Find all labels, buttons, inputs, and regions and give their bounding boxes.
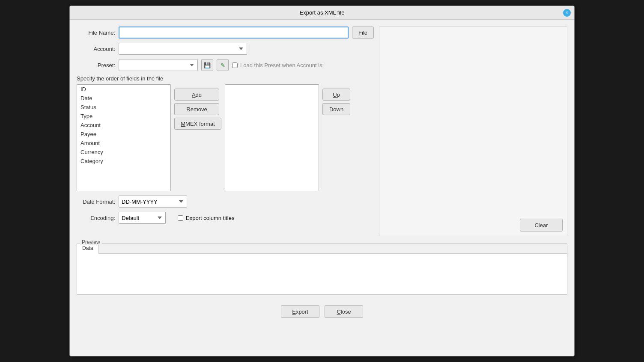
preset-label: Preset: [77, 62, 115, 68]
available-field-item[interactable]: Type [77, 112, 170, 121]
preset-hint-text: Load this Preset when Account is: [240, 62, 324, 68]
preset-row: Preset: 💾 ✎ Load this Preset when Accoun… [77, 59, 374, 71]
edit-icon: ✎ [221, 62, 225, 68]
down-button[interactable]: Down [322, 103, 350, 115]
preview-border: Preview Data [77, 243, 567, 295]
close-icon-button[interactable]: × [563, 9, 571, 17]
date-format-select[interactable]: DD-MM-YYYY MM-DD-YYYY YYYY-MM-DD [119, 196, 187, 208]
available-field-item[interactable]: Currency [77, 148, 170, 157]
account-label: Account: [77, 46, 115, 52]
remove-button[interactable]: Remove [174, 103, 219, 115]
encoding-select[interactable]: Default UTF-8 UTF-16 ISO-8859-1 [119, 212, 166, 224]
preview-section: Preview Data [77, 243, 567, 295]
file-name-input[interactable] [119, 27, 349, 39]
mmex-format-button[interactable]: MMEX format [174, 118, 221, 130]
file-button[interactable]: File [352, 27, 374, 39]
fields-section-label: Specify the order of fields in the file [77, 75, 374, 82]
title-bar: Export as XML file × [70, 6, 574, 20]
encoding-label: Encoding: [77, 215, 115, 221]
available-field-item[interactable]: Amount [77, 139, 170, 148]
available-field-item[interactable]: Status [77, 103, 170, 112]
available-field-item[interactable]: Payee [77, 130, 170, 139]
available-fields-list[interactable]: IDDateStatusTypeAccountPayeeAmountCurren… [77, 84, 171, 191]
file-name-row: File Name: File [77, 27, 374, 39]
export-col-titles-checkbox[interactable] [178, 215, 183, 221]
date-format-label: Date Format: [77, 199, 115, 205]
encoding-row: Encoding: Default UTF-8 UTF-16 ISO-8859-… [77, 212, 374, 224]
preset-account-checkbox[interactable] [232, 62, 238, 68]
export-col-titles-container: Export column titles [178, 215, 234, 221]
preset-save-button[interactable]: 💾 [201, 59, 213, 71]
close-button[interactable]: Close [325, 305, 363, 318]
right-panel-top: Clear [379, 27, 567, 236]
fields-area: IDDateStatusTypeAccountPayeeAmountCurren… [77, 84, 374, 191]
selected-fields-list[interactable] [225, 84, 319, 191]
account-row: Account: [77, 43, 374, 55]
file-name-label: File Name: [77, 30, 115, 36]
preview-tabs: Data [77, 243, 567, 254]
clear-button[interactable]: Clear [520, 219, 563, 231]
bottom-buttons: Export Close [77, 300, 567, 321]
export-button[interactable]: Export [281, 305, 319, 318]
date-format-row: Date Format: DD-MM-YYYY MM-DD-YYYY YYYY-… [77, 196, 374, 208]
add-button[interactable]: Add [174, 89, 219, 101]
preset-hint: Load this Preset when Account is: [232, 62, 324, 68]
save-icon: 💾 [204, 62, 211, 68]
available-field-item[interactable]: Date [77, 94, 170, 103]
account-select[interactable] [119, 43, 247, 55]
dialog-body: File Name: File Account: Preset: [70, 20, 574, 328]
preview-label: Preview [80, 239, 102, 245]
left-column: File Name: File Account: Preset: [77, 27, 374, 236]
right-panel-content: Clear [379, 27, 567, 236]
available-field-item[interactable]: Category [77, 157, 170, 166]
preset-edit-button[interactable]: ✎ [217, 59, 229, 71]
available-field-item[interactable]: ID [77, 85, 170, 94]
up-down-buttons: Up Down [322, 84, 350, 115]
fields-action-buttons: Add Remove MMEX format [174, 84, 221, 130]
available-field-item[interactable]: Account [77, 121, 170, 130]
up-button[interactable]: Up [322, 89, 350, 101]
top-section: File Name: File Account: Preset: [77, 27, 567, 236]
dialog-title: Export as XML file [299, 9, 344, 16]
export-col-titles-label: Export column titles [186, 215, 234, 221]
export-xml-dialog: Export as XML file × File Name: File Acc… [69, 6, 575, 356]
preset-select[interactable] [119, 59, 198, 71]
preview-content-area [77, 254, 567, 294]
